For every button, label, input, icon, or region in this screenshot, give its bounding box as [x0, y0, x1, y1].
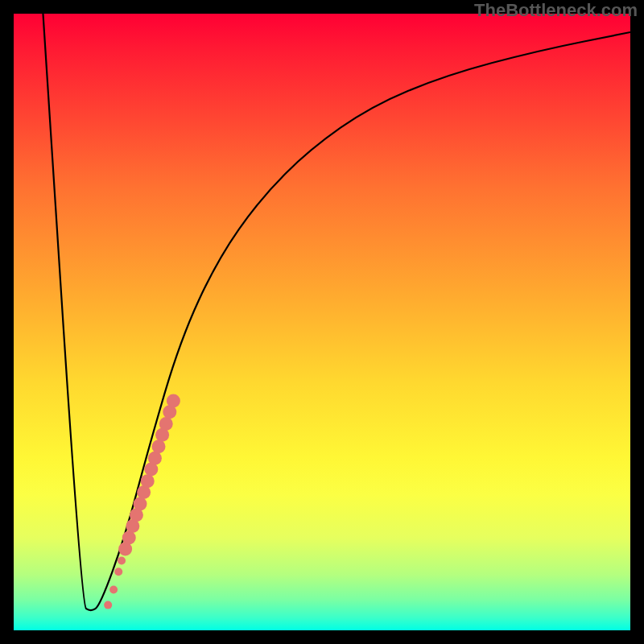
data-marker	[152, 440, 166, 453]
data-marker	[104, 601, 112, 609]
data-marker	[141, 474, 155, 488]
data-marker	[159, 417, 173, 431]
data-marker	[122, 531, 136, 545]
data-marker	[118, 556, 126, 564]
data-marker	[109, 585, 118, 593]
watermark-text: TheBottleneck.com	[474, 0, 638, 21]
chart-svg	[14, 14, 630, 630]
data-marker	[134, 497, 147, 510]
data-marker	[114, 568, 122, 576]
plot-area	[14, 14, 630, 630]
data-marker	[167, 394, 180, 408]
chart-container: TheBottleneck.com	[0, 0, 644, 644]
marker-layer	[104, 394, 180, 609]
data-marker	[148, 452, 162, 465]
